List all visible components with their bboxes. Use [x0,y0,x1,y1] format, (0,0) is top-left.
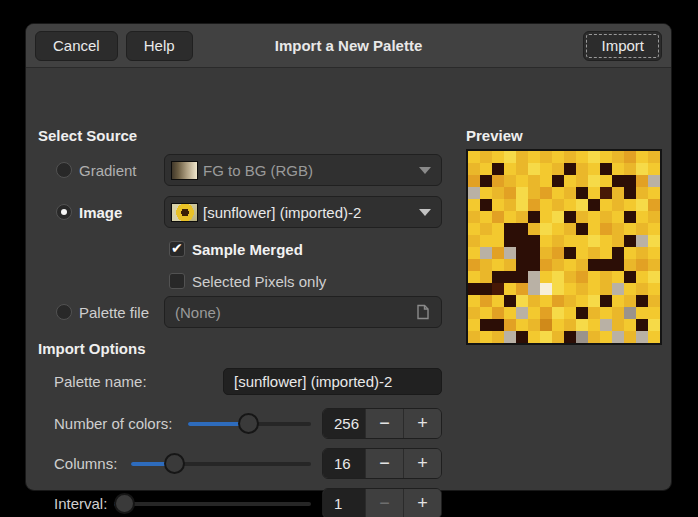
import-button[interactable]: Import [583,31,662,61]
plus-button[interactable]: + [403,489,441,517]
palette-swatch [600,199,612,211]
palette-swatch [504,271,516,283]
palette-swatch [468,271,480,283]
palette-swatch [468,307,480,319]
palette-swatch [528,199,540,211]
palette-swatch [516,235,528,247]
palette-name-input[interactable]: [sunflower] (imported)-2 [223,368,442,395]
palette-swatch [636,259,648,271]
palette-swatch [564,163,576,175]
palette-swatch [600,307,612,319]
palette-swatch [480,163,492,175]
palette-swatch [516,199,528,211]
palette-swatch [576,307,588,319]
palette-swatch [528,307,540,319]
screen: { "dialog": { "title": "Import a New Pal… [0,0,698,517]
num-colors-value[interactable]: 256 [323,409,365,438]
palette-swatch [588,187,600,199]
palette-swatch [504,163,516,175]
palette-swatch [636,271,648,283]
palette-swatch-grid [468,151,660,343]
palette-swatch [552,307,564,319]
palette-swatch [588,283,600,295]
columns-slider[interactable] [131,448,311,480]
palette-swatch [468,283,480,295]
num-colors-slider[interactable] [188,408,311,440]
palette-swatch [636,223,648,235]
slider-handle[interactable] [238,413,259,434]
minus-button: − [365,489,403,517]
palette-swatch [528,283,540,295]
palette-swatch [468,163,480,175]
palette-swatch [468,247,480,259]
palette-swatch [480,223,492,235]
columns-row: Columns: [54,448,117,479]
palette-swatch [624,199,636,211]
palette-swatch [540,307,552,319]
palette-file-radio[interactable] [56,304,72,320]
palette-swatch [588,259,600,271]
palette-swatch [468,211,480,223]
palette-swatch [504,331,516,343]
palette-swatch [624,163,636,175]
palette-swatch [528,271,540,283]
slider-handle[interactable] [164,453,185,474]
palette-file-radio-label[interactable]: Palette file [79,304,149,321]
palette-swatch [600,247,612,259]
palette-swatch [528,175,540,187]
columns-spinbox: 16 − + [322,448,442,479]
palette-file-chooser[interactable]: (None) [164,296,442,328]
palette-swatch [600,211,612,223]
image-radio-label[interactable]: Image [79,204,122,221]
palette-swatch [588,331,600,343]
palette-swatch [576,295,588,307]
palette-swatch [636,151,648,163]
palette-swatch [540,163,552,175]
num-colors-label: Number of colors: [54,415,172,432]
sample-merged-checkbox[interactable] [169,241,185,257]
cancel-button[interactable]: Cancel [35,31,118,61]
image-select[interactable]: [sunflower] (imported)-2 [164,196,442,228]
gradient-select[interactable]: FG to BG (RGB) [164,154,442,186]
slider-handle[interactable] [114,493,135,514]
plus-button[interactable]: + [403,449,441,478]
interval-slider[interactable] [114,488,311,517]
palette-swatch [492,247,504,259]
palette-swatch [516,211,528,223]
palette-swatch [552,199,564,211]
plus-button[interactable]: + [403,409,441,438]
minus-button[interactable]: − [365,409,403,438]
palette-swatch [564,199,576,211]
gradient-radio[interactable] [56,162,72,178]
palette-swatch [480,151,492,163]
minus-button[interactable]: − [365,449,403,478]
palette-swatch [648,319,660,331]
palette-swatch [516,283,528,295]
interval-spinbox: 1 − + [322,488,442,517]
palette-swatch [624,151,636,163]
palette-swatch [588,223,600,235]
palette-swatch [564,247,576,259]
palette-swatch [492,295,504,307]
columns-value[interactable]: 16 [323,449,365,478]
help-button[interactable]: Help [126,31,193,61]
palette-swatch [540,175,552,187]
palette-swatch [552,175,564,187]
palette-swatch [504,199,516,211]
palette-swatch [636,307,648,319]
palette-swatch [612,331,624,343]
palette-swatch [528,187,540,199]
palette-swatch [600,151,612,163]
palette-swatch [600,283,612,295]
palette-swatch [648,247,660,259]
palette-swatch [624,223,636,235]
gradient-radio-label[interactable]: Gradient [79,162,137,179]
palette-swatch [504,175,516,187]
palette-swatch [468,223,480,235]
image-radio[interactable] [56,204,72,220]
palette-swatch [576,163,588,175]
selected-pixels-label[interactable]: Selected Pixels only [192,273,326,290]
selected-pixels-checkbox[interactable] [169,273,185,289]
interval-value[interactable]: 1 [323,489,365,517]
sample-merged-label[interactable]: Sample Merged [192,241,303,258]
